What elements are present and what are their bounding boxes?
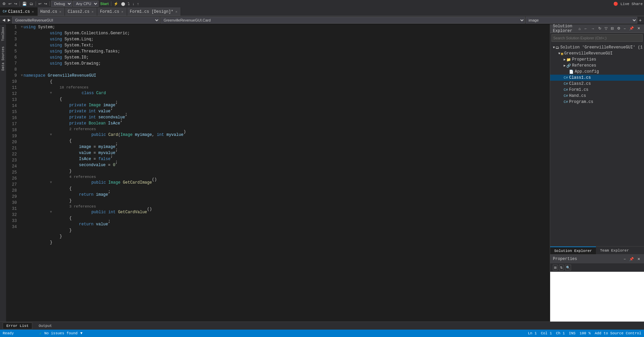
tree-program[interactable]: C# Program.cs xyxy=(550,99,644,105)
status-zoom: 100 % xyxy=(579,331,591,335)
se-search-input[interactable] xyxy=(552,34,643,42)
tab-form1[interactable]: Form1.cs ✕ xyxy=(97,7,127,16)
se-home-btn[interactable]: ⌂ xyxy=(577,26,582,31)
tab-class2[interactable]: Class2.cs ✕ xyxy=(65,7,97,16)
properties-panel: Properties − 📌 ✕ ⊞ ⇅ 🔍 xyxy=(550,254,644,322)
save-btn[interactable]: 💾 xyxy=(21,1,28,6)
se-filter-btn[interactable]: ▽ xyxy=(604,26,608,31)
hand-label: Hand.cs xyxy=(569,93,586,98)
member-dropdown[interactable]: image xyxy=(526,17,637,24)
tree-project-arrow[interactable]: ▼ xyxy=(558,52,560,55)
se-tab-team[interactable]: Team Explorer xyxy=(596,247,633,254)
ln-29: 29 xyxy=(9,194,17,200)
main-area: Toolbox Data Sources 1 2 3 4 5 6 7 8 9 1… xyxy=(0,24,644,322)
se-minimize-btn[interactable]: − xyxy=(623,26,627,31)
se-forward-btn[interactable]: → xyxy=(590,26,596,31)
nav-back[interactable]: ◀ xyxy=(1,18,6,22)
se-close-btn[interactable]: ✕ xyxy=(636,26,641,31)
tab-class1[interactable]: C# Class1.cs ✕ xyxy=(0,7,38,16)
line-numbers: 1 2 3 4 5 6 7 8 9 10 11 12 13 14 15 16 1… xyxy=(6,24,20,322)
tree-props-arrow[interactable]: ▶ xyxy=(564,58,566,62)
props-search-btn[interactable]: 🔍 xyxy=(565,265,571,270)
se-settings-btn[interactable]: ⚙ xyxy=(616,26,621,31)
tab-form1-design-close[interactable]: ✕ xyxy=(175,9,178,14)
tab-hand[interactable]: Hand.cs ✕ xyxy=(38,7,65,16)
nav-forward[interactable]: ▶ xyxy=(7,18,11,22)
ln-31: 31 xyxy=(9,206,17,212)
props-minimize-btn[interactable]: − xyxy=(623,257,627,262)
start-btn[interactable]: Start xyxy=(99,1,110,6)
cpu-dropdown[interactable]: Any CPU xyxy=(73,1,99,7)
type-boolean: Boolean xyxy=(89,120,106,126)
solution-explorer-panel: Solution Explorer ⌂ ← → ↻ ▽ ⊟ ⚙ − 📌 ✕ ▼ … xyxy=(550,24,644,322)
tree-refs-arrow[interactable]: ▶ xyxy=(564,64,566,68)
class-path-dropdown[interactable]: GreenvilleRevenueGUI.Card xyxy=(160,17,525,24)
se-tab-solution[interactable]: Solution Explorer xyxy=(550,247,596,254)
code-line-10: { xyxy=(21,79,548,85)
step-over-btn[interactable]: ⤵ xyxy=(127,1,131,6)
tree-properties[interactable]: ▶ 📁 Properties xyxy=(550,57,644,63)
form1-cs-icon: C# xyxy=(564,88,568,92)
tree-class2[interactable]: C# Class2.cs xyxy=(550,81,644,87)
file-menu-btn[interactable]: ⚙ xyxy=(1,1,7,6)
breakpoint-btn[interactable]: ⬤ xyxy=(120,1,126,6)
tree-solution-arrow[interactable]: ▼ xyxy=(553,46,555,49)
live-share[interactable]: 🔴 Live Share xyxy=(613,2,643,6)
file-path-dropdown[interactable]: GreenvilleRevenueGUI xyxy=(12,17,160,24)
kw-public-1: public xyxy=(91,132,106,138)
kw-using-7: using xyxy=(50,61,62,67)
ns-greenville: GreenvilleRevenueGUI xyxy=(48,73,96,79)
debug-dropdown[interactable]: Debug xyxy=(51,1,72,7)
field-value: value xyxy=(98,108,110,114)
status-ready: Ready xyxy=(3,331,14,335)
tree-form1[interactable]: C# Form1.cs xyxy=(550,87,644,93)
se-collapse-btn[interactable]: ⊟ xyxy=(610,26,615,31)
kw-int-1: int xyxy=(89,108,96,114)
tree-solution[interactable]: ▼ 🗂 Solution 'GreenvilleRevenueGUI' (1 o… xyxy=(550,44,644,50)
step-into-btn[interactable]: ↓ xyxy=(131,1,136,6)
tree-project[interactable]: ▼ ▣ GreenvilleRevenueGUI xyxy=(550,50,644,57)
attach-btn[interactable]: ⚡ xyxy=(113,1,119,6)
props-close-btn[interactable]: ✕ xyxy=(636,257,641,262)
tab-hand-close[interactable]: ✕ xyxy=(59,9,62,14)
ln-6: 6 xyxy=(9,54,17,61)
ln-13: 13 xyxy=(9,97,17,103)
expand-btn[interactable]: + xyxy=(638,17,643,23)
tab-class2-close[interactable]: ✕ xyxy=(91,9,94,14)
kw-return-2: return xyxy=(79,221,93,227)
props-sort-btn[interactable]: ⇅ xyxy=(559,265,564,270)
solution-tree: ▼ 🗂 Solution 'GreenvilleRevenueGUI' (1 o… xyxy=(550,43,644,246)
props-pin-btn[interactable]: 📌 xyxy=(628,257,635,262)
se-panel-btns: ⌂ ← → ↻ ▽ ⊟ ⚙ − 📌 ✕ xyxy=(577,26,641,31)
code-content[interactable]: ▼ using System; using System.Collections… xyxy=(20,24,550,322)
tab-class1-close[interactable]: ✕ xyxy=(31,9,35,14)
add-source-control[interactable]: Add to Source Control xyxy=(595,331,641,335)
se-bottom-tabs: Solution Explorer Team Explorer xyxy=(550,246,644,254)
status-col: Col 1 xyxy=(541,331,552,335)
save-all-btn[interactable]: 🗂 xyxy=(29,1,34,6)
se-refresh-btn[interactable]: ↻ xyxy=(597,26,602,31)
toolbox-tab[interactable]: Toolbox xyxy=(1,24,6,44)
status-right: Ln 1 Col 1 Ch 1 INS 100 % Add to Source … xyxy=(528,331,641,335)
tab-form1-design[interactable]: Form1.cs [Design]* ✕ xyxy=(127,7,181,16)
tree-references[interactable]: ▶ 🔗 References xyxy=(550,63,644,69)
form1-label: Form1.cs xyxy=(569,87,589,92)
tree-hand[interactable]: C# Hand.cs xyxy=(550,93,644,99)
output-tab[interactable]: Output xyxy=(35,323,56,329)
props-toolbar: ⊞ ⇅ 🔍 xyxy=(550,263,644,272)
back-btn[interactable]: ↩ xyxy=(7,1,12,6)
tab-form1-close[interactable]: ✕ xyxy=(121,9,124,14)
undo-btn[interactable]: ↩ xyxy=(37,1,42,6)
props-grid-btn[interactable]: ⊞ xyxy=(553,265,558,270)
se-back-btn[interactable]: ← xyxy=(583,26,589,31)
error-list-tab[interactable]: Error List xyxy=(3,323,32,329)
redo-btn[interactable]: ↪ xyxy=(43,1,48,6)
datasources-tab[interactable]: Data Sources xyxy=(1,44,6,73)
forward-btn[interactable]: ↪ xyxy=(13,1,18,6)
tree-appconfig[interactable]: 📄 App.config xyxy=(550,69,644,75)
kw-using-4: using xyxy=(50,42,62,48)
code-line-3: using System.Linq; xyxy=(21,36,548,42)
step-out-btn[interactable]: ↑ xyxy=(136,1,140,6)
se-pin-btn[interactable]: 📌 xyxy=(628,26,635,31)
tree-class1[interactable]: C# Class1.cs xyxy=(550,75,644,81)
